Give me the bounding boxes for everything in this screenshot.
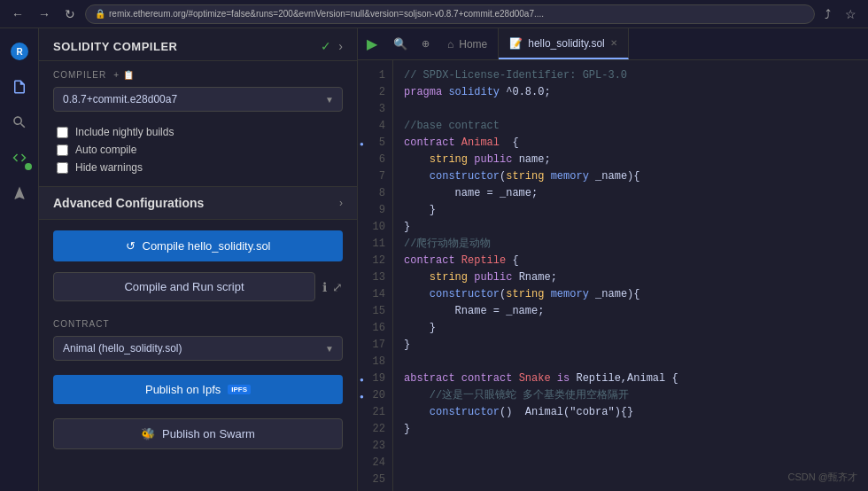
code-line [404, 455, 857, 472]
advanced-configurations[interactable]: Advanced Configurations › [39, 186, 357, 220]
code-line: abstract contract Snake is Reptile,Anima… [404, 370, 857, 387]
tab-home-label: Home [459, 38, 487, 51]
compiler-section: COMPILER + 📋 0.8.7+commit.e28d00a7 [39, 61, 357, 121]
compile-run-label: Compile and Run script [124, 280, 244, 293]
code-line: contract Animal { [404, 135, 857, 152]
line-number: 7 [358, 168, 392, 185]
editor-zoom-button[interactable]: ⊕ [415, 28, 437, 59]
sidebar-item-files[interactable] [4, 71, 35, 103]
refresh-icon: ↺ [126, 239, 136, 253]
watermark: CSDN @甄齐才 [788, 471, 857, 484]
code-line: name = _name; [404, 185, 857, 202]
bookmark-button[interactable]: ☆ [841, 5, 861, 23]
line-number: 21 [358, 404, 392, 421]
line-number: 9 [358, 202, 392, 219]
auto-compile-row: Auto compile [53, 144, 343, 156]
tab-home[interactable]: ⌂ Home [437, 28, 499, 59]
contract-label: CONTRACT [53, 319, 343, 329]
topbar: ← → ↻ 🔒 remix.ethereum.org/#optimize=fal… [0, 0, 868, 28]
info-icon[interactable]: ℹ [322, 280, 327, 294]
code-line: } [404, 219, 857, 236]
editor-tabs: ▶ 🔍 ⊕ ⌂ Home 📝 hello_solidity.sol ✕ [358, 28, 868, 60]
back-button[interactable]: ← [7, 5, 28, 23]
compiler-label: COMPILER + 📋 [53, 70, 343, 80]
line-number: 2 [358, 84, 392, 101]
code-line: Rname = _name; [404, 303, 857, 320]
share-button[interactable]: ⤴ [820, 5, 835, 23]
line-number: 23 [358, 438, 392, 455]
line-number: 10 [358, 219, 392, 236]
compile-run-button[interactable]: Compile and Run script [53, 272, 315, 301]
header-actions: ✓ › [321, 39, 343, 53]
include-nightly-checkbox[interactable] [57, 127, 68, 138]
sidebar-item-search[interactable] [4, 106, 35, 138]
run-button[interactable]: ▶ [358, 28, 386, 59]
line-number: 25 [358, 472, 392, 488]
line-number: 14 [358, 286, 392, 303]
home-icon: ⌂ [447, 38, 453, 51]
panel-header: SOLIDITY COMPILER ✓ › [39, 28, 357, 61]
sidebar-logo: R [4, 35, 35, 67]
sidebar-item-deploy[interactable] [4, 177, 35, 209]
sidebar-item-compiler[interactable] [4, 142, 35, 174]
forward-button[interactable]: → [34, 5, 55, 23]
panel-title: SOLIDITY COMPILER [53, 40, 177, 53]
code-line: //base contract [404, 118, 857, 135]
refresh-button[interactable]: ↻ [60, 5, 80, 23]
code-line: contract Reptile { [404, 253, 857, 269]
hide-warnings-label: Hide warnings [75, 161, 143, 174]
auto-compile-label: Auto compile [75, 144, 136, 156]
code-line: //这是一只眼镜蛇 多个基类使用空格隔开 [404, 387, 857, 404]
code-content[interactable]: // SPDX-License-Identifier: GPL-3.0pragm… [393, 60, 868, 491]
hide-warnings-checkbox[interactable] [57, 162, 68, 174]
include-nightly-label: Include nightly builds [75, 126, 174, 138]
line-number: 18 [358, 354, 392, 370]
publish-ipfs-button[interactable]: Publish on Ipfs IPFS [53, 375, 343, 404]
advanced-title: Advanced Configurations [53, 196, 204, 210]
file-icon[interactable]: 📋 [123, 70, 135, 80]
code-line: // SPDX-License-Identifier: GPL-3.0 [404, 67, 857, 84]
line-number: 1 [358, 67, 392, 84]
line-number: 22 [358, 421, 392, 438]
file-tab-icon: 📝 [509, 37, 523, 50]
line-number: 19 [358, 370, 392, 387]
line-number: 17 [358, 337, 392, 354]
line-number: 11 [358, 236, 392, 253]
ipfs-badge: IPFS [228, 385, 251, 394]
icon-sidebar: R [0, 28, 39, 491]
line-number: 8 [358, 185, 392, 202]
line-number: 6 [358, 152, 392, 168]
compiler-label-icons: + 📋 [113, 70, 135, 80]
hide-warnings-row: Hide warnings [53, 161, 343, 174]
contract-select[interactable]: Animal (hello_solidity.sol) [53, 336, 343, 361]
editor-search-button[interactable]: 🔍 [386, 28, 415, 59]
check-button[interactable]: ✓ [321, 39, 331, 53]
code-line: } [404, 202, 857, 219]
auto-compile-checkbox[interactable] [57, 144, 68, 156]
add-icon[interactable]: + [113, 70, 120, 80]
code-line: } [404, 421, 857, 438]
chevron-right-button[interactable]: › [338, 39, 343, 53]
lock-icon: 🔒 [95, 9, 105, 19]
svg-text:R: R [16, 47, 23, 57]
left-panel: SOLIDITY COMPILER ✓ › COMPILER + 📋 0.8.7… [39, 28, 358, 491]
chevron-right-icon: › [339, 197, 343, 209]
code-editor[interactable]: 1234567891011121314151617181920212223242… [358, 60, 868, 491]
code-line: //爬行动物是动物 [404, 236, 857, 253]
code-line [404, 354, 857, 370]
compile-button[interactable]: ↺ Compile hello_solidity.sol [53, 230, 343, 261]
address-text: remix.ethereum.org/#optimize=false&runs=… [109, 9, 544, 19]
main-layout: R SOLIDITY COMPILER [0, 28, 868, 491]
compiler-version-select[interactable]: 0.8.7+commit.e28d00a7 [53, 87, 343, 112]
tab-file[interactable]: 📝 hello_solidity.sol ✕ [499, 28, 629, 59]
external-icon[interactable]: ⤢ [332, 280, 343, 294]
contract-select-wrapper: Animal (hello_solidity.sol) [53, 336, 343, 361]
code-line: string public name; [404, 152, 857, 168]
address-bar[interactable]: 🔒 remix.ethereum.org/#optimize=false&run… [85, 4, 815, 24]
line-number: 12 [358, 253, 392, 269]
line-number: 3 [358, 101, 392, 118]
line-number: 24 [358, 455, 392, 472]
publish-swarm-button[interactable]: 🐝 Publish on Swarm [53, 418, 343, 449]
tab-close-button[interactable]: ✕ [610, 38, 617, 48]
code-line: constructor() Animal("cobra"){} [404, 404, 857, 421]
